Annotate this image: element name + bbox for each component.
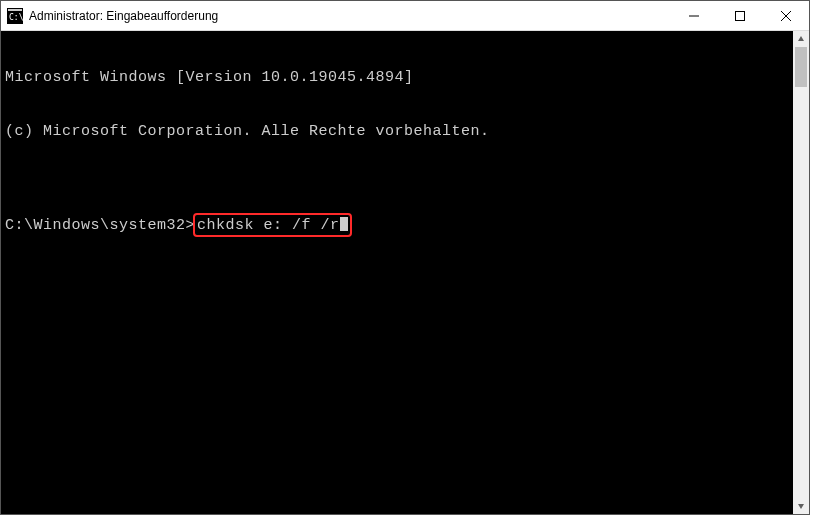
- vertical-scrollbar[interactable]: [793, 31, 809, 514]
- close-button[interactable]: [763, 1, 809, 30]
- window-controls: [671, 1, 809, 30]
- cmd-icon: C:\: [7, 8, 23, 24]
- prompt-line: C:\Windows\system32>chkdsk e: /f /r: [5, 213, 805, 237]
- svg-rect-1: [8, 9, 22, 11]
- text-cursor: [340, 217, 348, 231]
- terminal-body[interactable]: Microsoft Windows [Version 10.0.19045.48…: [1, 31, 809, 514]
- scroll-up-button[interactable]: [793, 31, 809, 47]
- window-title: Administrator: Eingabeaufforderung: [29, 9, 671, 23]
- output-line: Microsoft Windows [Version 10.0.19045.48…: [5, 69, 805, 87]
- scroll-down-button[interactable]: [793, 498, 809, 514]
- maximize-button[interactable]: [717, 1, 763, 30]
- scrollbar-track[interactable]: [793, 47, 809, 498]
- command-highlight: chkdsk e: /f /r: [193, 213, 352, 237]
- terminal-content: Microsoft Windows [Version 10.0.19045.48…: [1, 31, 809, 275]
- minimize-button[interactable]: [671, 1, 717, 30]
- typed-command: chkdsk e: /f /r: [197, 217, 340, 234]
- scrollbar-thumb[interactable]: [795, 47, 807, 87]
- prompt-path: C:\Windows\system32>: [5, 217, 195, 234]
- output-line: (c) Microsoft Corporation. Alle Rechte v…: [5, 123, 805, 141]
- svg-marker-8: [798, 504, 804, 509]
- svg-marker-7: [798, 36, 804, 41]
- titlebar[interactable]: C:\ Administrator: Eingabeaufforderung: [1, 1, 809, 31]
- command-prompt-window: C:\ Administrator: Eingabeaufforderung M…: [0, 0, 810, 515]
- svg-rect-4: [736, 11, 745, 20]
- svg-text:C:\: C:\: [9, 13, 23, 22]
